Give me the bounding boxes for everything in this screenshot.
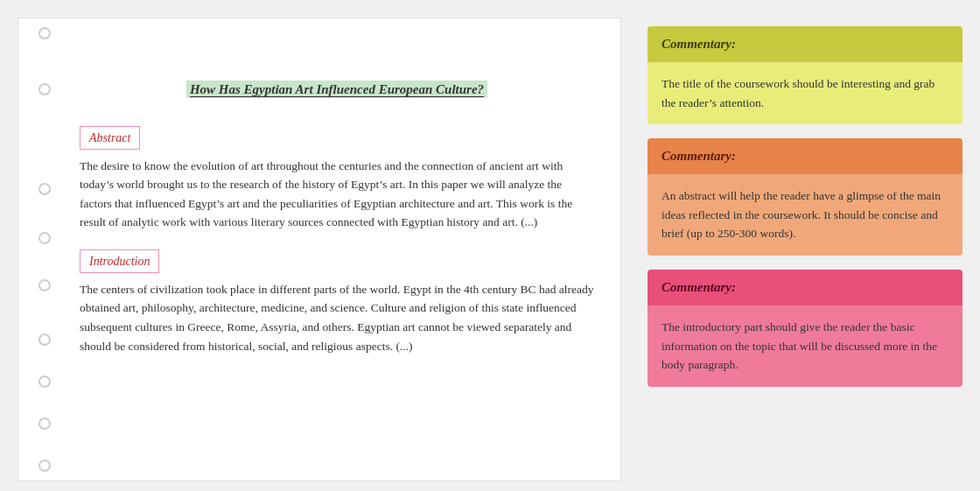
bullet-3 [38,183,51,195]
document-panel: How Has Egyptian Art Influenced European… [18,18,621,481]
abstract-section: Abstract The desire to know the evolutio… [80,126,594,232]
commentary-abstract-header: Commentary: [648,138,962,174]
commentary-title-header: Commentary: [648,26,962,62]
bullet-1 [38,27,51,39]
title-text: How Has Egyptian Art Influenced European… [186,81,487,98]
introduction-section: Introduction The centers of civilization… [80,249,594,355]
bullet-2 [38,83,51,95]
bullet-4 [38,232,51,244]
commentary-introduction-body: The introductory part should give the re… [648,305,962,387]
bullet-5 [38,279,51,291]
bullet-7 [38,375,51,388]
introduction-text: The centers of civilization took place i… [80,280,594,355]
commentary-title-body: The title of the coursework should be in… [648,62,962,124]
bullet-9 [38,459,51,472]
commentary-abstract-body: An abstract will help the reader have a … [648,174,962,256]
introduction-label: Introduction [80,249,159,273]
document-title: How Has Egyptian Art Influenced European… [80,80,594,100]
commentary-card-abstract: Commentary: An abstract will help the re… [648,138,962,256]
bullet-6 [38,333,51,346]
bullet-column [18,18,71,480]
abstract-label: Abstract [80,126,140,150]
abstract-text: The desire to know the evolution of art … [80,157,594,232]
commentary-card-title: Commentary: The title of the coursework … [648,26,962,124]
commentary-column: Commentary: The title of the coursework … [648,18,962,387]
commentary-card-introduction: Commentary: The introductory part should… [648,270,962,387]
commentary-introduction-header: Commentary: [648,270,962,305]
document-content: How Has Egyptian Art Influenced European… [71,18,620,480]
bullet-8 [38,417,51,430]
